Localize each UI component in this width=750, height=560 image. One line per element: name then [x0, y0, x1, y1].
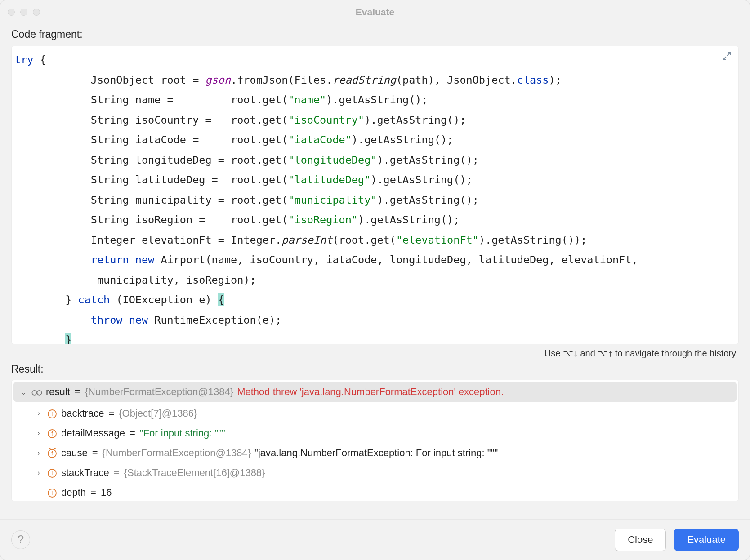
expand-editor-icon[interactable]	[721, 51, 732, 62]
window-title: Evaluate	[0, 7, 750, 18]
tree-node-value: "java.lang.NumberFormatException: For in…	[254, 447, 498, 459]
tree-row[interactable]: ›f cause = {NumberFormatException@1384} …	[12, 443, 738, 463]
equals-separator: =	[113, 467, 121, 479]
tree-row[interactable]: f depth = 16	[12, 483, 738, 501]
svg-point-1	[37, 391, 41, 395]
tree-node-name: result	[46, 386, 70, 398]
field-cycle-icon: f	[47, 448, 58, 458]
evaluate-button[interactable]: Evaluate	[674, 529, 739, 551]
tree-row[interactable]: ⌄ result = {NumberFormatException@1384} …	[13, 382, 737, 402]
equals-separator: =	[89, 487, 97, 498]
code-text[interactable]: try { JsonObject root = gson.fromJson(Fi…	[12, 50, 738, 344]
chevron-right-icon[interactable]: ›	[34, 449, 43, 457]
tree-row[interactable]: ›f detailMessage = "For input string: ""…	[12, 423, 738, 443]
result-label: Result:	[0, 359, 750, 378]
field-icon: f	[47, 467, 58, 478]
watch-icon	[31, 387, 42, 397]
field-icon: f	[47, 428, 58, 439]
svg-text:f: f	[51, 431, 53, 437]
tree-node-name: stackTrace	[61, 467, 109, 479]
history-hint: Use ⌥↓ and ⌥↑ to navigate through the hi…	[0, 344, 750, 359]
tree-node-name: cause	[61, 447, 88, 459]
field-icon: f	[47, 408, 58, 419]
equals-separator: =	[74, 386, 81, 398]
field-icon: f	[47, 487, 58, 498]
tree-node-value: "For input string: """	[140, 427, 225, 439]
tree-node-name: detailMessage	[61, 427, 125, 439]
tree-row[interactable]: ›f stackTrace = {StackTraceElement[16]@1…	[12, 463, 738, 483]
tree-node-value: {StackTraceElement[16]@1388}	[124, 467, 265, 479]
tree-row[interactable]: ›f backtrace = {Object[7]@1386}	[12, 404, 738, 423]
svg-text:f: f	[51, 450, 53, 457]
code-fragment-editor[interactable]: try { JsonObject root = gson.fromJson(Fi…	[11, 46, 739, 344]
chevron-right-icon[interactable]: ›	[34, 409, 43, 418]
tree-node-value: {NumberFormatException@1384}	[103, 447, 251, 459]
svg-text:f: f	[51, 411, 53, 417]
code-fragment-label: Code fragment:	[0, 24, 750, 43]
titlebar: Evaluate	[0, 0, 750, 24]
svg-point-0	[32, 391, 36, 395]
tree-node-value: Method threw 'java.lang.NumberFormatExce…	[237, 386, 504, 398]
chevron-right-icon[interactable]: ›	[34, 429, 43, 437]
equals-separator: =	[91, 447, 99, 459]
svg-text:f: f	[51, 490, 53, 496]
evaluate-dialog: Evaluate Code fragment: try { JsonObject…	[0, 0, 750, 560]
tree-node-name: depth	[61, 487, 86, 498]
chevron-right-icon[interactable]: ›	[34, 469, 43, 477]
equals-separator: =	[107, 408, 115, 419]
tree-node-value: {NumberFormatException@1384}	[85, 386, 234, 398]
tree-node-value: 16	[101, 487, 112, 498]
dialog-footer: ? Close Evaluate	[0, 519, 750, 560]
tree-node-value: {Object[7]@1386}	[119, 408, 197, 419]
help-button[interactable]: ?	[11, 530, 30, 549]
chevron-down-icon[interactable]: ⌄	[19, 388, 28, 396]
equals-separator: =	[129, 427, 136, 439]
svg-text:f: f	[51, 470, 53, 476]
result-tree[interactable]: ⌄ result = {NumberFormatException@1384} …	[11, 380, 739, 501]
tree-node-name: backtrace	[61, 408, 104, 419]
close-button[interactable]: Close	[615, 529, 666, 551]
